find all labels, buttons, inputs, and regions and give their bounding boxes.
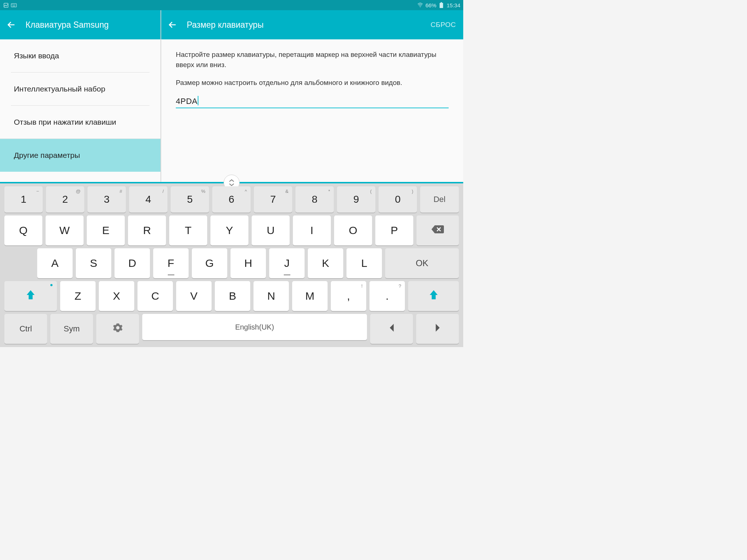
key-arrow-right[interactable]: [416, 314, 459, 344]
svg-rect-4: [14, 4, 14, 4]
key-w[interactable]: W: [46, 215, 84, 245]
svg-rect-2: [12, 4, 12, 4]
svg-rect-1: [11, 3, 17, 7]
key-b[interactable]: B: [215, 281, 250, 311]
key-shift-right[interactable]: [408, 281, 459, 311]
key-4[interactable]: 4/: [129, 186, 167, 213]
back-button-left[interactable]: [7, 20, 16, 30]
key-period[interactable]: .?: [369, 281, 405, 311]
back-button-right[interactable]: [168, 20, 177, 30]
keyboard-icon: [11, 2, 17, 8]
key-space[interactable]: English(UK): [142, 314, 367, 340]
reset-button[interactable]: СБРОС: [431, 21, 456, 29]
key-r[interactable]: R: [128, 215, 166, 245]
content-pane: Настройте размер клавиатуры, перетащив м…: [161, 39, 463, 182]
key-p[interactable]: P: [375, 215, 413, 245]
key-settings[interactable]: [96, 314, 139, 344]
svg-point-7: [420, 7, 421, 7]
key-ctrl[interactable]: Ctrl: [4, 314, 47, 344]
key-2[interactable]: 2@: [46, 186, 84, 213]
key-shift-left[interactable]: [4, 281, 57, 311]
key-e[interactable]: E: [87, 215, 125, 245]
svg-rect-9: [440, 3, 443, 8]
arrow-left-icon: [388, 323, 395, 334]
svg-rect-0: [4, 3, 8, 7]
battery-icon: [438, 2, 444, 8]
image-icon: [3, 2, 9, 8]
key-arrow-left[interactable]: [370, 314, 413, 344]
key-s[interactable]: S: [76, 248, 111, 278]
shift-icon: [429, 289, 438, 303]
sidebar-item-smart-typing[interactable]: Интеллектуальный набор: [0, 73, 160, 105]
clock: 15:34: [446, 2, 460, 8]
key-v[interactable]: V: [176, 281, 212, 311]
sidebar-item-key-feedback[interactable]: Отзыв при нажатии клавиши: [0, 106, 160, 139]
settings-sidebar: Языки ввода Интеллектуальный набор Отзыв…: [0, 39, 160, 182]
svg-rect-3: [13, 4, 13, 4]
svg-rect-8: [441, 2, 442, 3]
key-l[interactable]: L: [347, 248, 382, 278]
gear-icon: [113, 323, 123, 335]
key-ok[interactable]: OK: [385, 248, 459, 278]
key-6[interactable]: 6^: [212, 186, 251, 213]
key-k[interactable]: K: [308, 248, 343, 278]
battery-percent: 66%: [425, 2, 436, 8]
key-u[interactable]: U: [252, 215, 290, 245]
key-sym[interactable]: Sym: [50, 314, 93, 344]
key-1[interactable]: 1−: [4, 186, 43, 213]
key-a[interactable]: A: [37, 248, 73, 278]
arrow-right-icon: [434, 323, 441, 334]
header-right-title: Размер клавиатуры: [187, 20, 264, 30]
key-i[interactable]: I: [293, 215, 331, 245]
text-cursor: [198, 96, 198, 105]
key-comma[interactable]: ,!: [331, 281, 366, 311]
key-g[interactable]: G: [192, 248, 227, 278]
key-3[interactable]: 3#: [88, 186, 126, 213]
text-input[interactable]: 4PDA: [176, 96, 449, 108]
key-z[interactable]: Z: [60, 281, 96, 311]
key-j[interactable]: J: [269, 248, 305, 278]
key-f[interactable]: F: [153, 248, 189, 278]
key-7[interactable]: 7&: [254, 186, 292, 213]
description-1: Настройте размер клавиатуры, перетащив м…: [176, 50, 449, 70]
description-2: Размер можно настроить отдельно для альб…: [176, 78, 449, 88]
key-backspace[interactable]: [417, 215, 459, 245]
key-8[interactable]: 8*: [295, 186, 334, 213]
keyboard: 1−2@3#4/5%6^7&8*9(0)Del QWERTYUIOP ASDFG…: [0, 183, 463, 347]
wifi-icon: [417, 2, 423, 8]
key-d[interactable]: D: [115, 248, 150, 278]
header-left-title: Клавиатура Samsung: [26, 20, 109, 30]
keyboard-resize-bar[interactable]: [0, 182, 463, 183]
sidebar-item-input-languages[interactable]: Языки ввода: [0, 39, 160, 72]
status-bar: 66% 15:34: [0, 0, 463, 10]
key-h[interactable]: H: [231, 248, 266, 278]
svg-rect-5: [15, 4, 15, 4]
key-q[interactable]: Q: [4, 215, 42, 245]
backspace-icon: [431, 225, 444, 236]
key-0[interactable]: 0): [379, 186, 417, 213]
key-n[interactable]: N: [253, 281, 289, 311]
key-y[interactable]: Y: [210, 215, 248, 245]
svg-rect-6: [12, 5, 15, 6]
key-x[interactable]: X: [99, 281, 134, 311]
key-t[interactable]: T: [169, 215, 207, 245]
key-9[interactable]: 9(: [337, 186, 375, 213]
app-header: Клавиатура Samsung Размер клавиатуры СБР…: [0, 10, 463, 39]
key-del[interactable]: Del: [420, 186, 459, 213]
key-5[interactable]: 5%: [171, 186, 209, 213]
key-o[interactable]: O: [334, 215, 372, 245]
key-c[interactable]: C: [138, 281, 173, 311]
key-m[interactable]: M: [292, 281, 328, 311]
shift-icon: [26, 289, 35, 303]
sidebar-item-other-settings[interactable]: Другие параметры: [0, 139, 160, 172]
